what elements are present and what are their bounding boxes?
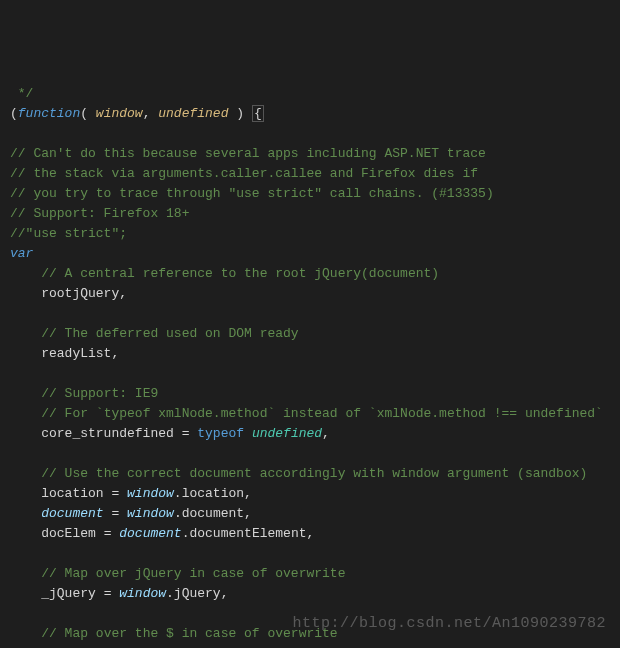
code-token: // the stack via arguments.caller.callee… (10, 166, 478, 181)
code-token (244, 426, 252, 441)
code-token: rootjQuery (10, 286, 119, 301)
code-token: document (41, 506, 103, 521)
code-token: typeof (197, 426, 244, 441)
code-token: // A central reference to the root jQuer… (41, 266, 439, 281)
code-token: { (252, 105, 264, 122)
code-token: var (10, 246, 33, 261)
code-line: (function( window, undefined ) { (10, 104, 620, 124)
code-token (10, 626, 41, 641)
code-line: var (10, 244, 620, 264)
code-token: . (166, 586, 174, 601)
code-token (10, 266, 41, 281)
code-token: */ (10, 86, 33, 101)
code-token: = (111, 506, 127, 521)
code-token: , (322, 426, 330, 441)
code-line: _jQuery = window.jQuery, (10, 584, 620, 604)
code-line: rootjQuery, (10, 284, 620, 304)
code-line (10, 124, 620, 144)
code-token: // Support: Firefox 18+ (10, 206, 189, 221)
code-token: // Use the correct document accordingly … (41, 466, 587, 481)
code-token: , (307, 526, 315, 541)
code-token: document (119, 526, 181, 541)
code-line (10, 444, 620, 464)
code-token: undefined (252, 426, 322, 441)
code-token: _jQuery (10, 586, 104, 601)
code-token: ) (228, 106, 251, 121)
code-line: location = window.location, (10, 484, 620, 504)
code-token (10, 386, 41, 401)
code-token: = (104, 526, 120, 541)
code-token: = (104, 586, 120, 601)
code-line: core_strundefined = typeof undefined, (10, 424, 620, 444)
code-token: // Can't do this because several apps in… (10, 146, 486, 161)
code-token: ( (10, 106, 18, 121)
code-token: , (111, 346, 119, 361)
code-token: , (143, 106, 159, 121)
code-token: function (18, 106, 80, 121)
code-line: _$ = window.$, (10, 644, 620, 648)
code-token: readyList (10, 346, 111, 361)
code-token: docElem (10, 526, 104, 541)
code-token: documentElement (189, 526, 306, 541)
code-token: // Map over jQuery in case of overwrite (41, 566, 345, 581)
code-token: // For `typeof xmlNode.method` instead o… (41, 406, 603, 421)
code-token: //"use strict"; (10, 226, 127, 241)
code-line (10, 364, 620, 384)
code-token: window (127, 486, 174, 501)
code-token: . (174, 506, 182, 521)
code-token: window (96, 106, 143, 121)
code-line: // Map over jQuery in case of overwrite (10, 564, 620, 584)
code-line: // The deferred used on DOM ready (10, 324, 620, 344)
code-token: // Support: IE9 (41, 386, 158, 401)
code-line (10, 304, 620, 324)
code-token (10, 406, 41, 421)
code-token (10, 506, 41, 521)
code-line: // Support: Firefox 18+ (10, 204, 620, 224)
code-editor-viewport: */(function( window, undefined ) { // Ca… (10, 84, 620, 648)
code-line: // For `typeof xmlNode.method` instead o… (10, 404, 620, 424)
code-token: . (174, 486, 182, 501)
code-token: document (182, 506, 244, 521)
code-line: // A central reference to the root jQuer… (10, 264, 620, 284)
code-token (10, 326, 41, 341)
code-token: ( (80, 106, 96, 121)
code-line: // the stack via arguments.caller.callee… (10, 164, 620, 184)
code-token: , (244, 486, 252, 501)
code-token: core_strundefined (10, 426, 182, 441)
code-token: window (127, 506, 174, 521)
code-line: // Support: IE9 (10, 384, 620, 404)
code-token: // The deferred used on DOM ready (41, 326, 298, 341)
code-line: //"use strict"; (10, 224, 620, 244)
code-token: jQuery (174, 586, 221, 601)
code-token (10, 466, 41, 481)
code-line: readyList, (10, 344, 620, 364)
watermark-text: http://blog.csdn.net/An1090239782 (292, 614, 606, 634)
code-line: document = window.document, (10, 504, 620, 524)
code-token: , (244, 506, 252, 521)
code-token: // you try to trace through "use strict"… (10, 186, 494, 201)
code-line: docElem = document.documentElement, (10, 524, 620, 544)
code-line: // you try to trace through "use strict"… (10, 184, 620, 204)
code-line: // Can't do this because several apps in… (10, 144, 620, 164)
code-token (10, 566, 41, 581)
code-token: , (119, 286, 127, 301)
code-line: */ (10, 84, 620, 104)
code-token: = (111, 486, 127, 501)
code-line (10, 544, 620, 564)
code-token: = (182, 426, 198, 441)
code-token: location (10, 486, 111, 501)
code-line: // Use the correct document accordingly … (10, 464, 620, 484)
code-token: window (119, 586, 166, 601)
code-token: undefined (158, 106, 228, 121)
code-token: , (221, 586, 229, 601)
code-token: location (182, 486, 244, 501)
